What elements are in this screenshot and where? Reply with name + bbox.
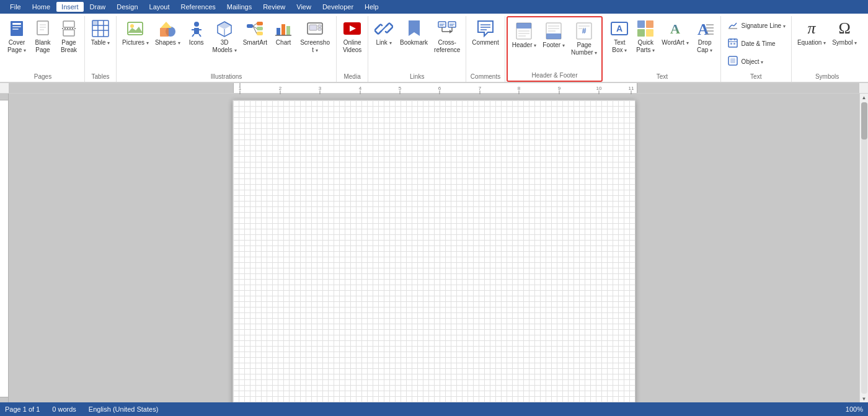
smartart-button[interactable]: SmartArt: [240, 16, 270, 49]
document-area[interactable]: [9, 94, 859, 402]
ruler-scale: 1 2 3 4 5 6 7 8 9: [9, 83, 859, 93]
vertical-scrollbar[interactable]: ▲ ▼: [859, 94, 868, 402]
object-icon: [727, 55, 739, 68]
cover-page-button[interactable]: CoverPage ▾: [4, 16, 30, 56]
bookmark-button[interactable]: Bookmark: [397, 16, 431, 49]
text-box-icon: A: [609, 19, 629, 38]
text-group-label: Text: [606, 71, 717, 82]
ribbon-group-symbols: π Equation ▾ Ω Symbol ▾ Symbols: [792, 16, 862, 82]
cover-page-label: CoverPage ▾: [7, 39, 26, 54]
scroll-thumb[interactable]: [861, 102, 867, 139]
blank-page-icon: [33, 19, 53, 38]
signature-line-label: Signature Line ▾: [742, 22, 786, 29]
ribbon-group-tables: Table ▾ Tables: [85, 16, 117, 82]
svg-rect-8: [63, 21, 74, 27]
page-number-button[interactable]: # PageNumber ▾: [568, 19, 600, 59]
ribbon-group-text-extras: Signature Line ▾: [721, 16, 792, 82]
symbols-group-label: Symbols: [794, 71, 860, 82]
scroll-track: [861, 102, 867, 394]
menu-review[interactable]: Review: [258, 2, 290, 12]
quick-parts-button[interactable]: QuickParts ▾: [632, 16, 658, 56]
ribbon: CoverPage ▾ BlankPage: [0, 14, 868, 82]
svg-point-18: [130, 24, 134, 28]
svg-rect-96: [730, 58, 735, 63]
header-icon: [514, 21, 534, 41]
drop-cap-label: DropCap ▾: [697, 39, 712, 54]
svg-line-27: [199, 34, 201, 37]
symbol-button[interactable]: Ω Symbol ▾: [829, 16, 860, 49]
icons-button[interactable]: Icons: [184, 16, 210, 49]
shapes-button[interactable]: Shapes ▾: [152, 16, 184, 49]
date-time-icon: [727, 37, 739, 50]
drop-cap-button[interactable]: A DropCap ▾: [692, 16, 718, 56]
ribbon-group-comments: Comment Comments: [466, 16, 505, 82]
pages-buttons: CoverPage ▾ BlankPage: [4, 16, 82, 71]
chart-button[interactable]: Chart: [270, 16, 296, 49]
menu-draw[interactable]: Draw: [85, 2, 111, 12]
signature-line-button[interactable]: Signature Line ▾: [724, 17, 789, 34]
svg-text:6: 6: [438, 86, 441, 91]
wordart-button[interactable]: A WordArt ▾: [658, 16, 691, 49]
menu-references[interactable]: References: [176, 2, 221, 12]
menu-file[interactable]: File: [5, 2, 26, 12]
shapes-icon: [157, 19, 177, 38]
date-time-label: Date & Time: [742, 40, 776, 47]
scroll-up-button[interactable]: ▲: [861, 94, 868, 101]
text-extras-buttons: Signature Line ▾: [724, 16, 789, 71]
svg-text:A: A: [698, 20, 709, 38]
menu-design[interactable]: Design: [112, 2, 143, 12]
header-footer-buttons: Header ▾ Footer ▾: [509, 17, 601, 70]
date-time-button[interactable]: Date & Time: [724, 35, 789, 52]
table-button[interactable]: Table ▾: [87, 16, 113, 49]
svg-marker-29: [218, 22, 231, 29]
page-break-button[interactable]: PageBreak: [56, 16, 82, 56]
screenshot-button[interactable]: Screenshot ▾: [296, 16, 334, 56]
chart-label: Chart: [276, 39, 291, 46]
svg-text:A: A: [670, 21, 680, 37]
svg-rect-3: [12, 29, 19, 30]
3d-models-label: 3DModels ▾: [213, 39, 237, 54]
object-button[interactable]: Object ▾: [724, 53, 789, 70]
ribbon-group-links: Link ▾ Bookmark: [368, 16, 466, 82]
footer-icon: [544, 21, 564, 41]
header-footer-group-label: Header & Footer: [509, 70, 601, 81]
table-label: Table ▾: [91, 39, 110, 46]
menu-developer[interactable]: Developer: [317, 2, 358, 12]
header-button[interactable]: Header ▾: [509, 19, 540, 51]
status-right: 100%: [846, 405, 863, 413]
svg-line-26: [192, 34, 194, 37]
svg-text:4: 4: [359, 86, 362, 91]
menu-mailings[interactable]: Mailings: [222, 2, 257, 12]
blank-page-button[interactable]: BlankPage: [30, 16, 56, 56]
pictures-button[interactable]: Pictures ▾: [119, 16, 152, 49]
online-videos-icon: [342, 19, 362, 38]
svg-rect-38: [277, 28, 280, 35]
menu-layout[interactable]: Layout: [144, 2, 175, 12]
equation-button[interactable]: π Equation ▾: [794, 16, 829, 49]
menu-view[interactable]: View: [291, 2, 316, 12]
comment-icon: [476, 19, 495, 38]
svg-rect-1: [12, 23, 21, 25]
comment-button[interactable]: Comment: [469, 16, 502, 49]
ribbon-group-text: A TextBox ▾: [604, 16, 720, 82]
link-button[interactable]: Link ▾: [371, 16, 397, 49]
footer-button[interactable]: Footer ▾: [539, 19, 568, 51]
vertical-ruler: [0, 94, 9, 402]
menu-insert[interactable]: Insert: [56, 2, 84, 12]
illustrations-group-label: Illustrations: [119, 71, 334, 82]
pages-group-label: Pages: [4, 71, 82, 82]
menu-help[interactable]: Help: [360, 2, 384, 12]
menu-home[interactable]: Home: [27, 2, 55, 12]
scroll-down-button[interactable]: ▼: [861, 395, 868, 402]
text-box-button[interactable]: A TextBox ▾: [606, 16, 632, 56]
3d-models-button[interactable]: 3DModels ▾: [210, 16, 240, 56]
svg-rect-63: [516, 23, 531, 29]
online-videos-button[interactable]: OnlineVideos: [339, 16, 365, 56]
document-page[interactable]: [232, 100, 636, 402]
svg-rect-39: [281, 24, 285, 35]
cross-reference-button[interactable]: Cross-reference: [431, 16, 463, 56]
svg-rect-93: [730, 43, 732, 45]
links-buttons: Link ▾ Bookmark: [371, 16, 463, 71]
svg-rect-81: [646, 29, 653, 37]
svg-text:2: 2: [279, 86, 282, 91]
